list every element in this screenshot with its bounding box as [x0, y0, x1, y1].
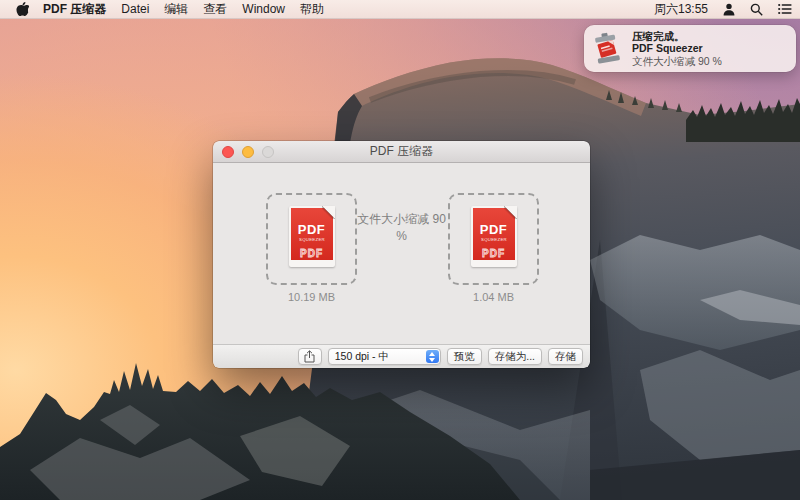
desktop: PDF 压缩器 Datei 编辑 查看 Window 帮助 周六13:55: [0, 0, 800, 500]
minimize-button[interactable]: [242, 146, 254, 158]
compressed-file-size: 1.04 MB: [448, 291, 539, 303]
menu-help[interactable]: 帮助: [300, 1, 324, 18]
window-content: PDF SQUEEZER PDF PDF SQUEEZER PDF 文件大小缩减…: [213, 163, 590, 344]
search-icon[interactable]: [750, 3, 763, 16]
close-button[interactable]: [222, 146, 234, 158]
zoom-button-disabled[interactable]: [262, 146, 274, 158]
pdf-icon-subtitle: SQUEEZER: [477, 238, 510, 242]
notification-banner[interactable]: 压缩完成。 PDF Squeezer 文件大小缩减 90 %: [584, 25, 796, 72]
apple-menu[interactable]: [16, 2, 29, 17]
menu-clock[interactable]: 周六13:55: [654, 1, 708, 18]
size-reduction-label: 文件大小缩减 90 %: [356, 211, 447, 245]
pdf-icon-fold-shadow: [504, 206, 517, 219]
notification-center-icon[interactable]: [778, 3, 792, 15]
compressed-pdf-file-icon[interactable]: PDF SQUEEZER PDF: [471, 206, 517, 267]
pdf-icon-footer: PDF: [289, 248, 335, 259]
select-stepper-icon: [426, 350, 439, 363]
save-button[interactable]: 存储: [548, 348, 583, 365]
menu-edit[interactable]: 编辑: [164, 1, 188, 18]
notification-message: 文件大小缩减 90 %: [632, 55, 722, 68]
pdf-icon-subtitle: SQUEEZER: [295, 238, 328, 242]
user-icon[interactable]: [723, 3, 735, 16]
pdf-icon-footer: PDF: [471, 248, 517, 259]
original-file-size: 10.19 MB: [266, 291, 357, 303]
window-title: PDF 压缩器: [370, 143, 433, 160]
notification-app-name: PDF Squeezer: [632, 42, 722, 55]
menu-view[interactable]: 查看: [203, 1, 227, 18]
menu-bar: PDF 压缩器 Datei 编辑 查看 Window 帮助 周六13:55: [0, 0, 800, 19]
share-button[interactable]: [298, 348, 322, 365]
window-toolbar: 150 dpi - 中 预览 存储为... 存储: [213, 344, 590, 368]
original-file-dropzone[interactable]: PDF SQUEEZER PDF: [266, 193, 357, 285]
pdf-squeezer-app-icon: [591, 32, 624, 65]
preview-button[interactable]: 预览: [447, 348, 482, 365]
share-icon: [304, 350, 315, 363]
menu-datei[interactable]: Datei: [121, 2, 149, 16]
dpi-quality-select[interactable]: 150 dpi - 中: [328, 348, 441, 365]
dpi-quality-value: 150 dpi - 中: [335, 350, 389, 364]
save-as-button[interactable]: 存储为...: [488, 348, 542, 365]
pdf-icon-title: PDF: [471, 222, 517, 237]
original-pdf-file-icon[interactable]: PDF SQUEEZER PDF: [289, 206, 335, 267]
notification-title: 压缩完成。: [632, 30, 722, 43]
notification-text: 压缩完成。 PDF Squeezer 文件大小缩减 90 %: [632, 30, 722, 68]
pdf-icon-title: PDF: [289, 222, 335, 237]
menu-app-name[interactable]: PDF 压缩器: [43, 1, 106, 18]
window-titlebar[interactable]: PDF 压缩器: [213, 141, 590, 163]
compressed-file-dropzone[interactable]: PDF SQUEEZER PDF: [448, 193, 539, 285]
pdf-squeezer-window: PDF 压缩器 PDF SQUEEZER PDF: [213, 141, 590, 368]
pdf-icon-fold-shadow: [322, 206, 335, 219]
menu-window[interactable]: Window: [242, 2, 285, 16]
apple-logo-icon: [16, 2, 29, 17]
